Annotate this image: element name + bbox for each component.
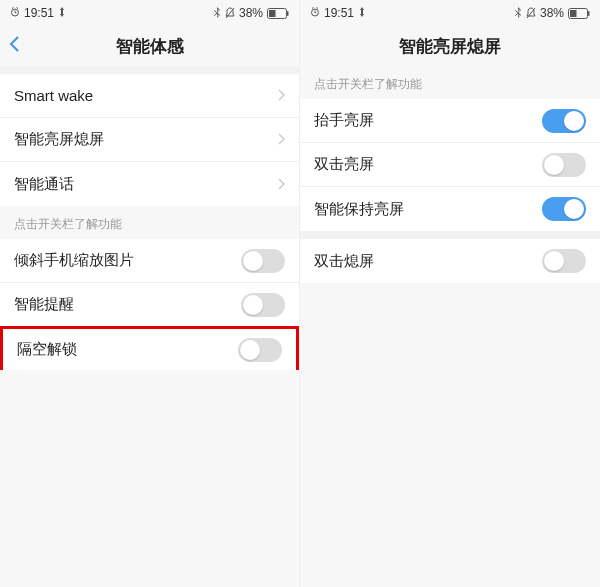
alarm-icon — [310, 6, 320, 20]
svg-line-11 — [315, 13, 316, 14]
phone-right: 19:51 38% 智能亮屏熄屏 点击开关栏了解功能 — [300, 0, 600, 587]
status-battery-pct: 38% — [239, 6, 263, 20]
svg-line-12 — [312, 8, 314, 9]
row-label: 倾斜手机缩放图片 — [14, 251, 134, 270]
toggle-list-1: 抬手亮屏 双击亮屏 智能保持亮屏 — [300, 99, 600, 231]
nav-list: Smart wake 智能亮屏熄屏 智能通话 — [0, 74, 299, 206]
toggle-list: 倾斜手机缩放图片 智能提醒 隔空解锁 — [0, 239, 299, 369]
svg-rect-16 — [570, 10, 577, 17]
svg-rect-7 — [269, 10, 276, 17]
row-label: 隔空解锁 — [17, 340, 77, 359]
chevron-right-icon — [277, 87, 285, 104]
toggle-raise-to-wake[interactable] — [542, 109, 586, 133]
chevron-right-icon — [277, 176, 285, 193]
net-icon — [358, 6, 366, 20]
toggle-smart-remind[interactable] — [241, 293, 285, 317]
svg-line-2 — [15, 13, 16, 14]
alarm-icon — [10, 6, 20, 20]
row-label: 抬手亮屏 — [314, 111, 374, 130]
dnd-icon — [225, 7, 235, 19]
svg-line-4 — [17, 8, 19, 9]
svg-rect-17 — [588, 11, 590, 16]
phone-left: 19:51 38% 智能体感 — [0, 0, 300, 587]
svg-line-13 — [317, 8, 319, 9]
row-tilt-zoom[interactable]: 倾斜手机缩放图片 — [0, 239, 299, 283]
row-label: 智能提醒 — [14, 295, 74, 314]
row-label: Smart wake — [14, 87, 93, 104]
toggle-double-tap-sleep[interactable] — [542, 249, 586, 273]
section-header: 点击开关栏了解功能 — [300, 66, 600, 99]
row-label: 智能亮屏熄屏 — [14, 130, 104, 149]
row-label: 智能保持亮屏 — [314, 200, 404, 219]
battery-icon — [568, 8, 590, 19]
row-double-tap-sleep[interactable]: 双击熄屏 — [300, 239, 600, 283]
row-smart-remind[interactable]: 智能提醒 — [0, 283, 299, 327]
chevron-right-icon — [277, 131, 285, 148]
toggle-air-unlock[interactable] — [238, 338, 282, 362]
row-smart-call[interactable]: 智能通话 — [0, 162, 299, 206]
nav-bar: 智能体感 — [0, 26, 299, 66]
row-label: 双击熄屏 — [314, 252, 374, 271]
bt-icon — [213, 7, 221, 19]
page-title: 智能体感 — [0, 35, 299, 58]
toggle-double-tap-wake[interactable] — [542, 153, 586, 177]
battery-icon — [267, 8, 289, 19]
status-time: 19:51 — [24, 6, 54, 20]
status-bar: 19:51 38% — [0, 0, 299, 26]
row-smart-stay[interactable]: 智能保持亮屏 — [300, 187, 600, 231]
row-raise-to-wake[interactable]: 抬手亮屏 — [300, 99, 600, 143]
row-smart-wake-screen[interactable]: 智能亮屏熄屏 — [0, 118, 299, 162]
svg-rect-8 — [287, 11, 289, 16]
status-time: 19:51 — [324, 6, 354, 20]
row-air-unlock[interactable]: 隔空解锁 — [0, 326, 299, 370]
row-label: 双击亮屏 — [314, 155, 374, 174]
toggle-tilt-zoom[interactable] — [241, 249, 285, 273]
dnd-icon — [526, 7, 536, 19]
svg-line-3 — [12, 8, 14, 9]
status-bar: 19:51 38% — [300, 0, 600, 26]
status-battery-pct: 38% — [540, 6, 564, 20]
row-smart-wake[interactable]: Smart wake — [0, 74, 299, 118]
back-button[interactable] — [8, 34, 22, 58]
bt-icon — [514, 7, 522, 19]
toggle-list-2: 双击熄屏 — [300, 239, 600, 283]
nav-bar: 智能亮屏熄屏 — [300, 26, 600, 66]
section-header: 点击开关栏了解功能 — [0, 206, 299, 239]
page-title: 智能亮屏熄屏 — [300, 35, 600, 58]
row-label: 智能通话 — [14, 175, 74, 194]
net-icon — [58, 6, 66, 20]
row-double-tap-wake[interactable]: 双击亮屏 — [300, 143, 600, 187]
toggle-smart-stay[interactable] — [542, 197, 586, 221]
